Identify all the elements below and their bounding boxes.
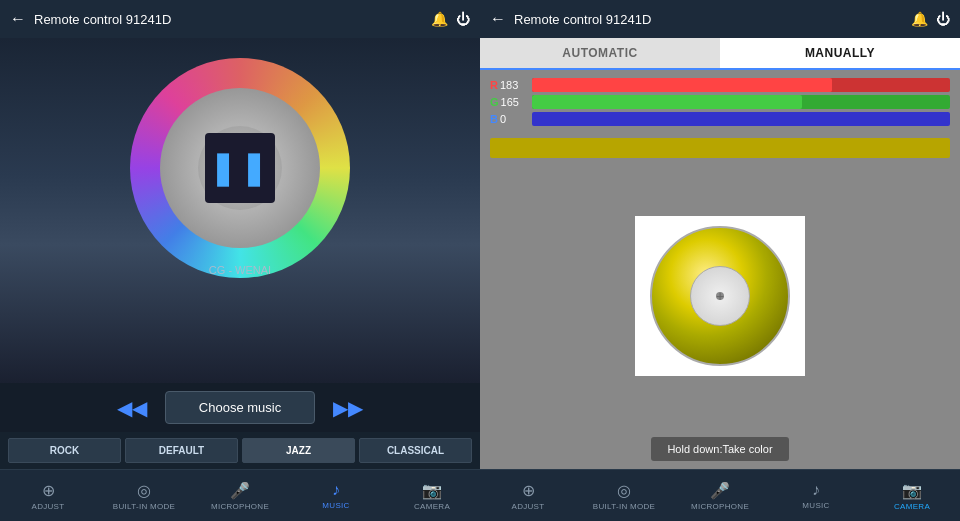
mic-label: MICROPHONE xyxy=(211,502,269,511)
nav-microphone-left[interactable]: 🎤 MICROPHONE xyxy=(192,477,288,515)
genre-default[interactable]: DEFAULT xyxy=(125,438,238,463)
camera-area: + xyxy=(480,162,960,429)
r-fill xyxy=(532,78,832,92)
builtin-icon: ◎ xyxy=(137,481,151,500)
choose-music-button[interactable]: Choose music xyxy=(165,391,315,424)
r-bar[interactable] xyxy=(532,78,950,92)
left-panel: ← Remote control 91241D 🔔 ⏻ ❚❚ CG - WENA… xyxy=(0,0,480,521)
mic-label-r: MICROPHONE xyxy=(691,502,749,511)
left-power-icon[interactable]: ⏻ xyxy=(456,11,470,27)
nav-adjust-right[interactable]: ⊕ ADJUST xyxy=(480,477,576,515)
tab-automatic[interactable]: AUTOMATIC xyxy=(480,38,720,68)
tab-manually[interactable]: MANUALLY xyxy=(720,38,960,68)
led-ring-object: + xyxy=(650,226,790,366)
music-icon: ♪ xyxy=(332,481,340,499)
hold-take-color-button[interactable]: Hold down:Take color xyxy=(651,437,788,461)
builtin-label-r: BUILT-IN MODE xyxy=(593,502,655,511)
camera-icon: 📷 xyxy=(422,481,442,500)
left-header-title: Remote control 91241D xyxy=(34,12,423,27)
nav-music-left[interactable]: ♪ MUSIC xyxy=(288,477,384,514)
nav-camera-right[interactable]: 📷 CAMERA xyxy=(864,477,960,515)
right-power-icon[interactable]: ⏻ xyxy=(936,11,950,27)
b-value: 0 xyxy=(500,113,506,125)
right-bottom-nav: ⊕ ADJUST ◎ BUILT-IN MODE 🎤 MICROPHONE ♪ … xyxy=(480,469,960,521)
camera-label-r: CAMERA xyxy=(894,502,930,511)
music-label: MUSIC xyxy=(322,501,349,510)
b-bar[interactable] xyxy=(532,112,950,126)
right-header: ← Remote control 91241D 🔔 ⏻ xyxy=(480,0,960,38)
controls-row: ◀◀ Choose music ▶▶ xyxy=(0,383,480,432)
r-letter: R xyxy=(490,79,498,91)
camera-label: CAMERA xyxy=(414,502,450,511)
next-button[interactable]: ▶▶ xyxy=(325,392,371,424)
vinyl-disc: ❚❚ CG - WENAI xyxy=(130,58,350,278)
hold-btn-container: Hold down:Take color xyxy=(480,429,960,469)
adjust-label: ADJUST xyxy=(32,502,65,511)
adjust-icon: ⊕ xyxy=(42,481,55,500)
nav-music-right[interactable]: ♪ MUSIC xyxy=(768,477,864,514)
camera-frame: + xyxy=(635,216,805,376)
camera-icon-r: 📷 xyxy=(902,481,922,500)
g-label-box: G 165 xyxy=(490,96,528,108)
right-alarm-icon[interactable]: 🔔 xyxy=(911,11,928,27)
left-back-button[interactable]: ← xyxy=(10,10,26,28)
pause-icon: ❚❚ xyxy=(209,149,271,187)
g-bar[interactable] xyxy=(532,95,950,109)
tabs-row: AUTOMATIC MANUALLY xyxy=(480,38,960,70)
track-name: CG - WENAI xyxy=(130,264,350,278)
genre-jazz[interactable]: JAZZ xyxy=(242,438,355,463)
nav-microphone-right[interactable]: 🎤 MICROPHONE xyxy=(672,477,768,515)
r-value: 183 xyxy=(500,79,518,91)
genre-rock[interactable]: ROCK xyxy=(8,438,121,463)
builtin-label: BUILT-IN MODE xyxy=(113,502,175,511)
g-value: 165 xyxy=(501,96,519,108)
b-label-box: B 0 xyxy=(490,113,528,125)
g-fill xyxy=(532,95,802,109)
nav-adjust-left[interactable]: ⊕ ADJUST xyxy=(0,477,96,515)
color-preview xyxy=(490,138,950,158)
color-row-b: B 0 xyxy=(490,112,950,126)
adjust-label-r: ADJUST xyxy=(512,502,545,511)
adjust-icon-r: ⊕ xyxy=(522,481,535,500)
prev-button[interactable]: ◀◀ xyxy=(109,392,155,424)
left-alarm-icon[interactable]: 🔔 xyxy=(431,11,448,27)
nav-camera-left[interactable]: 📷 CAMERA xyxy=(384,477,480,515)
mic-icon: 🎤 xyxy=(230,481,250,500)
builtin-icon-r: ◎ xyxy=(617,481,631,500)
vinyl-center: ❚❚ xyxy=(205,133,275,203)
g-letter: G xyxy=(490,96,499,108)
mic-icon-r: 🎤 xyxy=(710,481,730,500)
r-label-box: R 183 xyxy=(490,79,528,91)
crosshair-icon: + xyxy=(716,288,724,304)
color-row-g: G 165 xyxy=(490,95,950,109)
b-letter: B xyxy=(490,113,498,125)
genre-classical[interactable]: CLASSICAL xyxy=(359,438,472,463)
right-back-button[interactable]: ← xyxy=(490,10,506,28)
music-icon-r: ♪ xyxy=(812,481,820,499)
color-row-r: R 183 xyxy=(490,78,950,92)
left-header: ← Remote control 91241D 🔔 ⏻ xyxy=(0,0,480,38)
right-main-content: AUTOMATIC MANUALLY R 183 G 165 xyxy=(480,38,960,469)
left-bottom-nav: ⊕ ADJUST ◎ BUILT-IN MODE 🎤 MICROPHONE ♪ … xyxy=(0,469,480,521)
nav-builtin-right[interactable]: ◎ BUILT-IN MODE xyxy=(576,477,672,515)
genre-row: ROCK DEFAULT JAZZ CLASSICAL xyxy=(0,432,480,469)
left-main-content: ❚❚ CG - WENAI xyxy=(0,38,480,383)
right-header-title: Remote control 91241D xyxy=(514,12,903,27)
music-label-r: MUSIC xyxy=(802,501,829,510)
nav-builtin-left[interactable]: ◎ BUILT-IN MODE xyxy=(96,477,192,515)
right-panel: ← Remote control 91241D 🔔 ⏻ AUTOMATIC MA… xyxy=(480,0,960,521)
color-panel: R 183 G 165 B xyxy=(480,70,960,134)
